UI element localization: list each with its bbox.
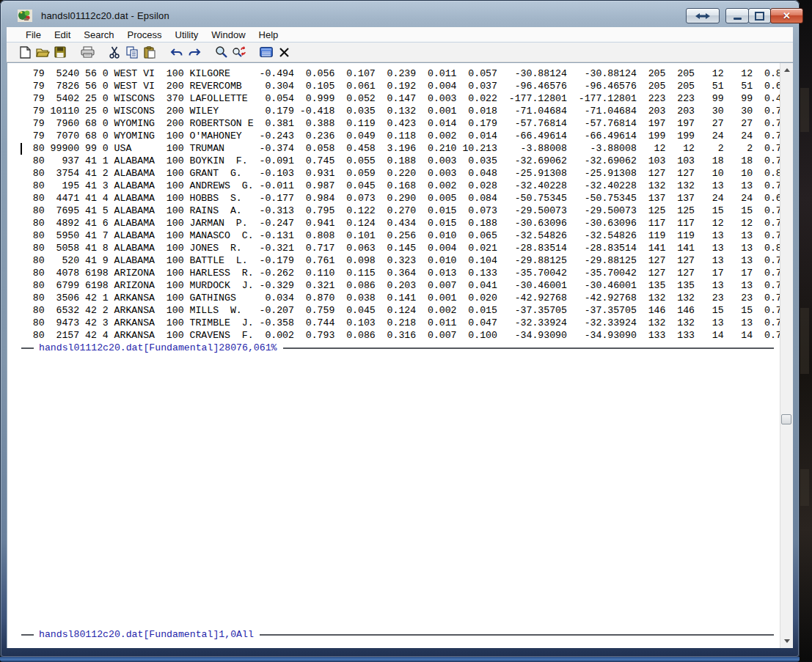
minimize-icon <box>734 18 742 20</box>
editor-line: 80 7695 41 5 ALABAMA 100 RAINS A. -0.313… <box>21 205 780 217</box>
editor-line: 80 4471 41 4 ALABAMA 100 HOBBS S. -0.177… <box>21 192 780 205</box>
close-x-icon <box>279 47 290 58</box>
editor-line: 80 9473 42 3 ARKANSA 100 TRIMBLE J. -0.3… <box>21 317 780 329</box>
editor-client-area: 79 5240 56 0 WEST VI 100 KILGORE -0.494 … <box>7 62 793 648</box>
copy-button[interactable] <box>123 44 141 61</box>
editor-line: 79 5240 56 0 WEST VI 100 KILGORE -0.494 … <box>21 67 780 80</box>
modeline-1-scroll: 61% <box>260 342 277 354</box>
modeline-1-position: 28076,0 <box>219 342 259 354</box>
open-folder-icon <box>36 47 50 58</box>
undo-button[interactable] <box>168 44 186 61</box>
modeline-dash <box>21 347 34 349</box>
modeline-rule <box>283 347 775 349</box>
editor-line: 80 4892 41 6 ALABAMA 100 JARMAN P. -0.24… <box>21 217 780 229</box>
paste-clipboard-icon <box>144 46 156 59</box>
modeline-1-mode: [Fundamental] <box>143 342 219 354</box>
find-replace-button[interactable] <box>230 44 248 61</box>
close-buffer-button[interactable] <box>275 44 293 61</box>
arrow-down-icon <box>784 639 790 643</box>
new-file-button[interactable] <box>16 44 34 61</box>
epsilon-app-icon <box>18 10 32 22</box>
save-file-button[interactable] <box>51 44 69 61</box>
menu-item-file[interactable]: File <box>19 28 48 42</box>
paste-button[interactable] <box>141 44 158 61</box>
modeline-2: handsl80112c20.dat [Fundamental] 1,0 All <box>7 628 780 641</box>
modeline-dash <box>21 634 34 636</box>
find-button[interactable] <box>213 44 230 61</box>
maximize-button[interactable] <box>748 8 771 23</box>
editor-line: 80 5058 41 8 ALABAMA 100 JONES R. -0.321… <box>21 242 780 254</box>
resize-arrows-icon <box>695 12 711 20</box>
buffer-list-icon <box>260 47 273 57</box>
scissors-icon <box>109 46 120 59</box>
modeline-1-filename: handsl01112c20.dat <box>39 342 143 354</box>
maximize-icon <box>755 12 764 21</box>
editor-line: 79 10110 25 0 WISCONS 200 WILEY 0.179 -0… <box>21 105 780 117</box>
editor-line: 80 3506 42 1 ARKANSA 100 GATHINGS 0.034 … <box>21 292 780 304</box>
close-button[interactable]: ✕ <box>770 8 803 23</box>
text-cursor <box>21 143 22 155</box>
cut-button[interactable] <box>106 44 123 61</box>
minimize-button[interactable] <box>725 8 749 23</box>
editor-line: 80 99900 99 0 USA 100 TRUMAN -0.374 0.05… <box>21 142 780 155</box>
scrollbar-thumb[interactable] <box>781 414 791 424</box>
arrow-up-icon <box>784 68 790 72</box>
printer-icon <box>81 46 95 58</box>
buffer-list-button[interactable] <box>257 44 275 61</box>
search-icon <box>215 45 228 59</box>
undo-arrow-icon <box>170 48 183 57</box>
editor-line: 79 5402 25 0 WISCONS 370 LAFOLLETTE 0.05… <box>21 92 780 105</box>
resize-button[interactable] <box>686 8 720 23</box>
epsilon-window: handsl01112c20.dat - Epsilon ✕ FileEditS… <box>0 0 800 658</box>
editor-line: 80 520 41 9 ALABAMA 100 BATTLE L. -0.179… <box>21 254 780 267</box>
menu-item-edit[interactable]: Edit <box>48 28 77 42</box>
modeline-2-filename: handsl80112c20.dat <box>39 628 143 641</box>
modeline-rule <box>260 634 774 636</box>
menu-item-search[interactable]: Search <box>77 28 120 42</box>
editor-line: 80 3754 41 2 ALABAMA 100 GRANT G. -0.103… <box>21 167 780 180</box>
window-title: handsl01112c20.dat - Epsilon <box>41 10 169 21</box>
new-file-icon <box>20 46 31 59</box>
editor-line: 80 937 41 1 ALABAMA 100 BOYKIN F. -0.091… <box>21 155 780 167</box>
menu-bar: FileEditSearchProcessUtilityWindowHelp <box>7 27 793 43</box>
redo-arrow-icon <box>188 48 201 57</box>
menu-item-help[interactable]: Help <box>252 28 285 42</box>
desktop-background <box>797 0 812 662</box>
scroll-down-button[interactable] <box>780 635 793 647</box>
editor-line: 80 195 41 3 ALABAMA 100 ANDREWS G. -0.01… <box>21 180 780 192</box>
editor-pane-1: 79 5240 56 0 WEST VI 100 KILGORE -0.494 … <box>7 63 780 342</box>
scroll-up-button[interactable] <box>780 64 793 76</box>
print-button[interactable] <box>78 44 96 61</box>
editor-line: 80 6532 42 2 ARKANSA 100 MILLS W. -0.207… <box>21 304 780 317</box>
copy-icon <box>126 46 138 59</box>
redo-button[interactable] <box>186 44 203 61</box>
editor-text-pane[interactable]: 79 5240 56 0 WEST VI 100 KILGORE -0.494 … <box>7 63 780 648</box>
vertical-scrollbar[interactable] <box>780 63 793 648</box>
save-floppy-icon <box>54 46 66 58</box>
editor-line: 80 4078 6198 ARIZONA 100 HARLESS R. -0.2… <box>21 267 780 279</box>
menu-item-utility[interactable]: Utility <box>169 28 205 42</box>
menu-item-process[interactable]: Process <box>121 28 169 42</box>
window-bottom-edge <box>0 657 800 662</box>
editor-pane-2[interactable] <box>7 354 780 628</box>
editor-line: 80 2157 42 4 ARKANSA 100 CRAVENS F. 0.00… <box>21 329 780 342</box>
modeline-1: handsl01112c20.dat [Fundamental] 28076,0… <box>7 342 780 354</box>
modeline-2-mode: [Fundamental] <box>143 628 219 641</box>
close-icon: ✕ <box>783 11 791 21</box>
modeline-2-scroll: All <box>236 628 254 641</box>
open-file-button[interactable] <box>34 44 51 61</box>
editor-line: 80 5950 41 7 ALABAMA 100 MANASCO C. -0.1… <box>21 229 780 242</box>
search-replace-icon <box>232 45 246 59</box>
editor-line: 79 7826 56 0 WEST VI 200 REVERCOMB 0.304… <box>21 80 780 92</box>
titlebar[interactable]: handsl01112c20.dat - Epsilon <box>7 4 793 26</box>
editor-line: 79 7960 68 0 WYOMING 200 ROBERTSON E 0.3… <box>21 117 780 130</box>
editor-line: 80 6799 6198 ARIZONA 100 MURDOCK J. -0.3… <box>21 279 780 292</box>
toolbar <box>7 43 793 62</box>
menu-item-window[interactable]: Window <box>205 28 252 42</box>
modeline-2-position: 1,0 <box>219 628 236 641</box>
editor-line: 79 7070 68 0 WYOMING 100 O'MAHONEY -0.24… <box>21 130 780 142</box>
